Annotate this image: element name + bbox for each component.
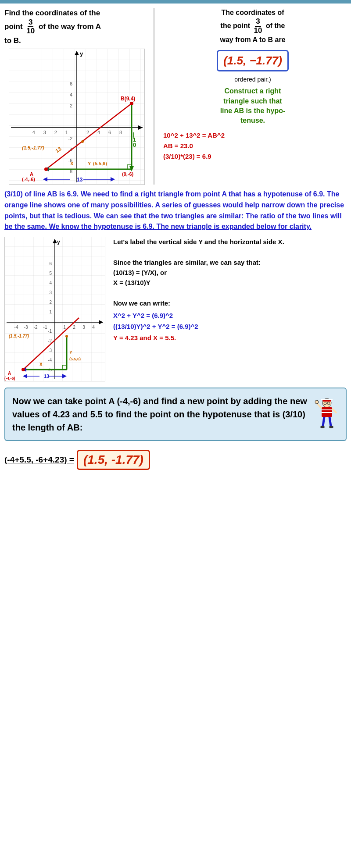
svg-text:5: 5	[49, 271, 52, 276]
label-title: Let's label the vertical side Y and the …	[113, 238, 284, 245]
coords-title-1: The coordinates of	[221, 9, 284, 16]
svg-text:-3: -3	[42, 130, 46, 135]
answer-wrapper: (1.5, −1.77)	[159, 47, 347, 74]
svg-text:2: 2	[73, 325, 75, 330]
math-line-1: 10^2 + 13^2 = AB^2	[163, 130, 347, 141]
the-point-label: the point	[221, 22, 252, 29]
graph-svg: -4 -3 -2 -1 2 4 6 8 6 4 2 -2 -4 -6 -8	[9, 49, 145, 185]
svg-text:-4: -4	[14, 325, 18, 330]
svg-text:(-4,-6): (-4,-6)	[4, 376, 15, 381]
similar-text: Since the triangles are similar, we can …	[113, 259, 261, 266]
second-left: -4 -3 -2 -1 1 2 3 4 6 5 4 3 2 1 -1 -2 -3…	[4, 237, 110, 383]
svg-line-104	[323, 417, 324, 426]
svg-point-29	[44, 167, 48, 171]
now-write: Now we can write:	[113, 299, 170, 307]
construct-line-4: tenuse.	[240, 117, 265, 124]
ordered-pair-label: ordered pair.)	[234, 76, 271, 83]
svg-point-32	[81, 140, 84, 143]
svg-text:-3: -3	[24, 325, 28, 330]
svg-text:(5.5,6): (5.5,6)	[93, 161, 107, 166]
svg-point-107	[329, 426, 333, 428]
svg-text:8: 8	[119, 130, 122, 135]
svg-text:X: X	[70, 161, 74, 166]
second-right: Let's label the vertical side Y and the …	[110, 237, 347, 383]
svg-point-106	[320, 426, 325, 428]
svg-text:A: A	[8, 371, 11, 376]
svg-point-27	[130, 102, 133, 105]
find-text-1: Find the coordinates of the	[4, 9, 100, 17]
final-eq-text: (-4+5.5, -6+4.23) =	[4, 455, 74, 465]
construct-text: Construct a right triangle such that lin…	[159, 86, 347, 126]
eq2: ((13/10)Y)^2 + Y^2 = (6.9)^2	[113, 323, 198, 330]
fraction-display: 3 10	[25, 18, 36, 36]
construct-line-3: line AB is the hypo-	[220, 107, 286, 114]
bottom-paragraph: (3/10) of line AB is 6.9. We need to fin…	[4, 190, 344, 230]
x-equals: X = (13/10)Y	[113, 279, 150, 286]
svg-text:0: 0	[133, 142, 136, 148]
fraction-num: 3	[28, 18, 33, 28]
svg-text:2: 2	[49, 300, 52, 305]
right-panel-inner: The coordinates of the point 3 10 of the…	[159, 8, 347, 162]
graph-container: -4 -3 -2 -1 2 4 6 8 6 4 2 -2 -4 -6 -8	[9, 49, 145, 185]
svg-point-81	[65, 335, 68, 338]
svg-text:-3: -3	[48, 348, 52, 353]
math-line-3: (3/10)*(23) = 6.9	[163, 151, 347, 162]
svg-text:-2: -2	[53, 130, 57, 135]
svg-text:Y: Y	[88, 161, 91, 166]
coords-frac-num: 3	[255, 18, 261, 27]
coords-title-4: way from A to B are	[220, 36, 285, 43]
svg-text:6: 6	[70, 81, 72, 86]
svg-text:2: 2	[86, 130, 89, 135]
svg-text:3: 3	[49, 290, 52, 295]
svg-text:2: 2	[70, 103, 72, 108]
svg-line-103	[332, 409, 337, 413]
math-block-second: X^2 + Y^2 = (6.9)^2 ((13/10)Y)^2 + Y^2 =…	[113, 310, 347, 344]
main-container: Find the coordinates of the point 3 10 o…	[0, 4, 351, 185]
svg-text:A: A	[30, 171, 33, 177]
result-text: Y = 4.23 and X = 5.5.	[113, 334, 176, 342]
second-graph-svg: -4 -3 -2 -1 1 2 3 4 6 5 4 3 2 1 -1 -2 -3…	[4, 237, 105, 381]
svg-text:(5.5,6): (5.5,6)	[69, 357, 81, 361]
waldo-figure	[315, 398, 339, 434]
svg-text:(-4,-6): (-4,-6)	[22, 177, 35, 182]
point-label: point	[4, 22, 25, 31]
svg-text:6: 6	[108, 130, 111, 135]
left-panel: Find the coordinates of the point 3 10 o…	[4, 8, 154, 185]
svg-text:-4: -4	[31, 130, 35, 135]
svg-line-105	[330, 417, 331, 426]
fraction-den: 10	[25, 27, 36, 36]
svg-point-102	[315, 400, 319, 404]
top-bar	[0, 0, 351, 4]
svg-text:1: 1	[63, 325, 66, 330]
svg-text:4: 4	[70, 92, 72, 97]
find-coords-title: Find the coordinates of the point 3 10 o…	[4, 8, 149, 46]
svg-text:6: 6	[49, 261, 52, 266]
right-panel: The coordinates of the point 3 10 of the…	[154, 8, 347, 185]
final-equation-row: (-4+5.5, -6+4.23) = (1.5, -1.77)	[0, 445, 351, 479]
svg-point-78	[21, 368, 25, 371]
svg-text:4: 4	[92, 325, 95, 330]
svg-text:3: 3	[82, 325, 85, 330]
svg-text:-1: -1	[43, 325, 47, 330]
svg-text:X: X	[39, 362, 43, 367]
label-text-block: Let's label the vertical side Y and the …	[113, 237, 347, 308]
svg-text:-1: -1	[64, 130, 68, 135]
final-answer-box: (1.5, -1.77)	[77, 450, 150, 470]
svg-text:13: 13	[77, 177, 83, 183]
final-box: Now we can take point A (-4,-6) and find…	[4, 388, 347, 441]
find-text-3: of the way from A	[39, 22, 101, 31]
svg-text:1: 1	[49, 309, 52, 314]
final-answer-text: (1.5, -1.77)	[83, 453, 143, 466]
math-block-right: 10^2 + 13^2 = AB^2 AB = 23.0 (3/10)*(23)…	[159, 130, 347, 162]
svg-text:4: 4	[97, 130, 100, 135]
svg-text:-2: -2	[48, 338, 52, 343]
second-section: -4 -3 -2 -1 1 2 3 4 6 5 4 3 2 1 -1 -2 -3…	[0, 237, 351, 383]
coords-frac-den: 10	[253, 27, 263, 35]
construct-line-1: Construct a right	[225, 87, 281, 95]
answer-text: (1.5, −1.77)	[223, 54, 282, 67]
svg-text:-2: -2	[34, 325, 38, 330]
eq1: X^2 + Y^2 = (6.9)^2	[113, 312, 173, 319]
ratio-text: (10/13) = (Y/X), or	[113, 269, 167, 276]
construct-line-2: triangle such that	[223, 97, 282, 105]
final-box-text: Now we can take point A (-4,-6) and find…	[12, 396, 307, 432]
